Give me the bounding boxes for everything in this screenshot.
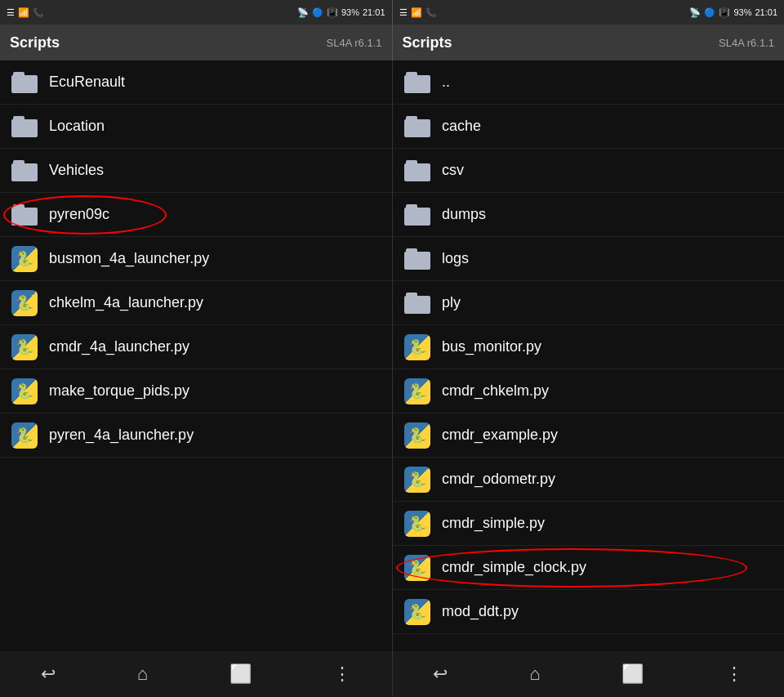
folder-icon (10, 200, 39, 230)
nav-right: ↩ ⌂ ⬜ ⋮ (393, 651, 785, 697)
python-icon: 🐍 (10, 288, 39, 318)
list-item[interactable]: 🐍 cmdr_4a_launcher.py (0, 325, 392, 369)
title-left-version: SL4A r6.1.1 (327, 37, 382, 49)
file-name: dumps (442, 206, 486, 223)
python-icon: 🐍 (403, 553, 432, 583)
file-name: cache (442, 118, 481, 135)
file-name: chkelm_4a_launcher.py (49, 294, 203, 311)
folder-icon (10, 112, 39, 141)
list-item[interactable]: 🐍 bus_monitor.py (393, 325, 784, 369)
file-name: cmdr_simple_clock.py (442, 559, 586, 576)
nav-left: ↩ ⌂ ⬜ ⋮ (0, 651, 392, 697)
python-icon: 🐍 (10, 244, 39, 274)
status-bar-right: ☰ 📶 📞 📡 🔵 📳 93% 21:01 (393, 0, 785, 25)
list-item[interactable]: 🐍 cmdr_odometr.py (393, 458, 784, 502)
battery-right: 93% (733, 7, 751, 17)
folder-icon (403, 244, 432, 274)
bluetooth-icon: 🔵 (312, 7, 323, 18)
file-name: busmon_4a_launcher.py (49, 250, 209, 267)
right-file-list[interactable]: .. cache csv dumps (393, 60, 784, 651)
python-icon: 🐍 (403, 333, 432, 362)
file-name: bus_monitor.py (442, 338, 541, 355)
list-item[interactable]: Vehicles (0, 149, 392, 193)
list-item[interactable]: logs (393, 237, 784, 281)
python-icon: 🐍 (403, 465, 432, 494)
more-button-right[interactable]: ⋮ (719, 657, 750, 691)
list-item[interactable]: 🐍 busmon_4a_launcher.py (0, 237, 392, 281)
python-icon: 🐍 (403, 421, 432, 450)
title-bar: Scripts SL4A r6.1.1 Scripts SL4A r6.1.1 (0, 25, 784, 60)
title-left-text: Scripts (10, 34, 60, 51)
python-icon: 🐍 (10, 333, 39, 362)
list-item[interactable]: 🐍 cmdr_chkelm.py (393, 369, 784, 413)
python-icon: 🐍 (10, 421, 39, 450)
status-right-left-icons: ☰ 📶 📞 (399, 7, 437, 18)
list-item[interactable]: cache (393, 105, 784, 149)
folder-icon (403, 156, 432, 185)
file-name: cmdr_example.py (442, 427, 558, 444)
file-name: cmdr_chkelm.py (442, 382, 549, 400)
left-file-list[interactable]: EcuRenault Location Vehicles (0, 60, 392, 651)
file-name: Vehicles (49, 162, 104, 179)
list-item[interactable]: dumps (393, 193, 784, 237)
nav-bar: ↩ ⌂ ⬜ ⋮ ↩ ⌂ ⬜ ⋮ (0, 651, 784, 697)
vibrate-icon: 📳 (327, 7, 338, 18)
file-name: make_torque_pids.py (49, 382, 189, 400)
file-name: csv (442, 162, 464, 179)
sim2-icon: ☰ (399, 7, 408, 18)
status-bar: ☰ 📶 📞 📡 🔵 📳 93% 21:01 ☰ 📶 📞 📡 🔵 📳 93% 21… (0, 0, 784, 25)
title-right-text: Scripts (403, 34, 452, 51)
time-right: 21:01 (755, 7, 777, 17)
file-name: mod_ddt.py (442, 603, 519, 620)
status-left-icons: ☰ 📶 📞 (7, 7, 44, 18)
list-item[interactable]: Location (0, 105, 392, 149)
list-item[interactable]: 🐍 cmdr_simple.py (393, 502, 784, 546)
list-item[interactable]: ply (393, 281, 784, 325)
sim-icon: ☰ (7, 7, 15, 18)
list-item[interactable]: 🐍 pyren_4a_launcher.py (0, 413, 392, 458)
status-right-right-info: 📡 🔵 📳 93% 21:01 (689, 7, 777, 18)
list-item[interactable]: 🐍 cmdr_example.py (393, 413, 784, 458)
list-item[interactable]: EcuRenault (0, 60, 392, 105)
list-item[interactable]: 🐍 mod_ddt.py (393, 590, 784, 634)
status-right-info-left: 📡 🔵 📳 93% 21:01 (297, 7, 385, 18)
title-right-version: SL4A r6.1.1 (719, 37, 774, 49)
vibrate2-icon: 📳 (719, 7, 730, 18)
file-name: Location (49, 118, 105, 135)
python-icon: 🐍 (403, 509, 432, 538)
recents-button-right[interactable]: ⬜ (615, 657, 650, 691)
python-icon: 🐍 (403, 377, 432, 406)
back-button-right[interactable]: ↩ (426, 657, 454, 691)
folder-icon (403, 112, 432, 141)
back-button[interactable]: ↩ (34, 657, 62, 691)
list-item-cmdr-simple-clock[interactable]: 🐍 cmdr_simple_clock.py (393, 546, 784, 590)
left-panel: EcuRenault Location Vehicles (0, 60, 392, 651)
file-name: pyren_4a_launcher.py (49, 427, 194, 444)
signal2-icon: 📡 (689, 7, 701, 18)
list-item-pyren09c[interactable]: pyren09c (0, 193, 392, 237)
time-left: 21:01 (363, 7, 385, 17)
wifi-icon: 📶 (18, 7, 29, 18)
recents-button[interactable]: ⬜ (223, 657, 258, 691)
bluetooth2-icon: 🔵 (704, 7, 715, 18)
home-button-right[interactable]: ⌂ (523, 657, 546, 691)
file-name: cmdr_simple.py (442, 515, 545, 532)
list-item[interactable]: 🐍 chkelm_4a_launcher.py (0, 281, 392, 325)
wifi2-icon: 📶 (411, 7, 422, 18)
file-name: pyren09c (49, 206, 109, 223)
list-item[interactable]: .. (393, 60, 784, 105)
title-right: Scripts SL4A r6.1.1 (393, 25, 785, 60)
home-button[interactable]: ⌂ (131, 657, 154, 691)
folder-icon (403, 200, 432, 230)
list-item[interactable]: csv (393, 149, 784, 193)
folder-icon (10, 156, 39, 185)
battery-left: 93% (341, 7, 359, 17)
more-button[interactable]: ⋮ (327, 657, 358, 691)
folder-icon (403, 68, 432, 97)
file-name: ply (442, 294, 461, 311)
file-name: cmdr_odometr.py (442, 471, 555, 488)
folder-icon (403, 288, 432, 318)
list-item[interactable]: 🐍 make_torque_pids.py (0, 369, 392, 413)
file-name: EcuRenault (49, 74, 125, 91)
file-name: logs (442, 250, 469, 267)
